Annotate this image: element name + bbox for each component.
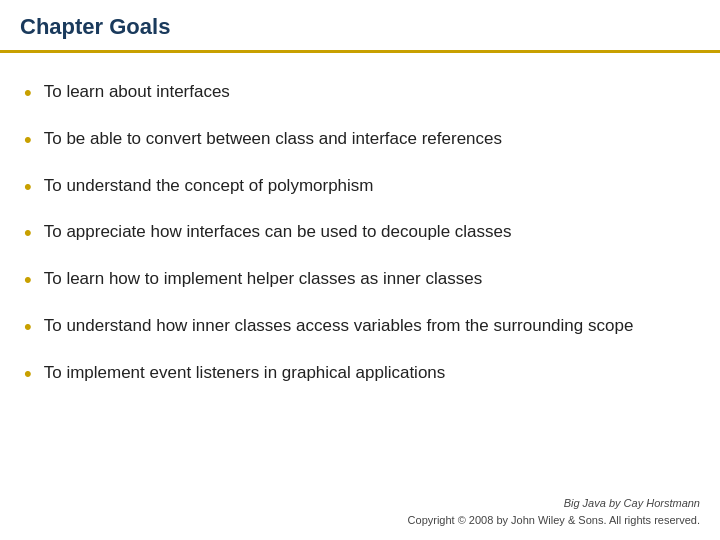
list-item: •To understand the concept of polymorphi…: [24, 165, 696, 212]
bullet-icon: •: [24, 125, 32, 156]
list-item: •To understand how inner classes access …: [24, 305, 696, 352]
list-item: •To learn about interfaces: [24, 71, 696, 118]
list-item: •To learn how to implement helper classe…: [24, 258, 696, 305]
bullet-icon: •: [24, 172, 32, 203]
list-item: •To be able to convert between class and…: [24, 118, 696, 165]
goal-text: To be able to convert between class and …: [44, 127, 696, 151]
goal-text: To learn how to implement helper classes…: [44, 267, 696, 291]
bullet-icon: •: [24, 265, 32, 296]
footer-line2: Copyright © 2008 by John Wiley & Sons. A…: [20, 512, 700, 529]
bullet-icon: •: [24, 218, 32, 249]
goal-text: To understand how inner classes access v…: [44, 314, 696, 338]
list-item: •To appreciate how interfaces can be use…: [24, 211, 696, 258]
footer-line1: Big Java by Cay Horstmann: [20, 495, 700, 512]
page-title: Chapter Goals: [20, 14, 170, 39]
bullet-icon: •: [24, 359, 32, 390]
bullet-icon: •: [24, 78, 32, 109]
goal-text: To appreciate how interfaces can be used…: [44, 220, 696, 244]
goal-text: To learn about interfaces: [44, 80, 696, 104]
list-item: •To implement event listeners in graphic…: [24, 352, 696, 399]
goal-text: To understand the concept of polymorphis…: [44, 174, 696, 198]
goals-list: •To learn about interfaces•To be able to…: [0, 53, 720, 487]
bullet-icon: •: [24, 312, 32, 343]
goal-text: To implement event listeners in graphica…: [44, 361, 696, 385]
page-footer: Big Java by Cay Horstmann Copyright © 20…: [0, 487, 720, 540]
page-container: Chapter Goals •To learn about interfaces…: [0, 0, 720, 540]
page-header: Chapter Goals: [0, 0, 720, 53]
